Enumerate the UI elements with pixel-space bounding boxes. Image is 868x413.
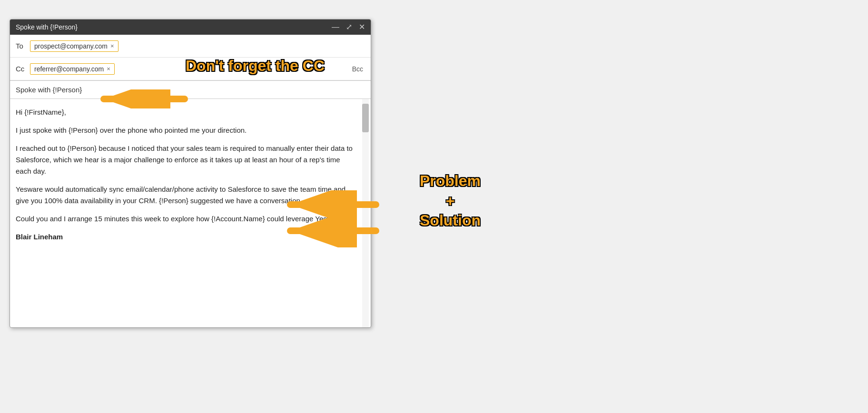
to-email-chip[interactable]: prospect@company.com × (30, 40, 118, 52)
cc-email-value: referrer@company.com (34, 65, 104, 73)
to-email-value: prospect@company.com (34, 42, 108, 50)
window-title: Spoke with {!Person} (16, 23, 78, 31)
body-para1: I just spoke with {!Person} over the pho… (16, 125, 357, 136)
cc-row: Cc referrer@company.com × Bcc (10, 58, 371, 80)
cc-label: Cc (16, 65, 30, 73)
body-para4: Could you and I arrange 15 minutes this … (16, 213, 357, 225)
body-para2: I reached out to {!Person} because I not… (16, 143, 357, 177)
body-signature: Blair Lineham (16, 231, 357, 243)
cc-remove-button[interactable]: × (107, 66, 110, 72)
cc-email-chip[interactable]: referrer@company.com × (30, 63, 115, 75)
title-bar: Spoke with {!Person} — ⤢ ✕ (10, 20, 371, 35)
scrollbar-thumb[interactable] (362, 104, 369, 132)
bcc-button[interactable]: Bcc (352, 65, 365, 73)
body-greeting: Hi {!FirstName}, (16, 107, 357, 118)
body-para3: Yesware would automatically sync email/c… (16, 184, 357, 206)
close-button[interactable]: ✕ (359, 23, 365, 31)
minimize-button[interactable]: — (332, 23, 339, 31)
window-controls: — ⤢ ✕ (332, 23, 365, 31)
email-fields: To prospect@company.com × Cc referrer@co… (10, 35, 371, 81)
ps-annotation: Problem+Solution (420, 171, 481, 231)
email-body[interactable]: Hi {!FirstName}, I just spoke with {!Per… (10, 99, 371, 327)
to-field-content: prospect@company.com × (30, 40, 365, 52)
to-label: To (16, 42, 30, 50)
email-compose-window: Spoke with {!Person} — ⤢ ✕ To prospect@c… (10, 19, 371, 328)
to-row: To prospect@company.com × (10, 35, 371, 58)
subject-field[interactable]: Spoke with {!Person} (10, 81, 371, 99)
subject-value: Spoke with {!Person} (16, 86, 82, 94)
ps-annotation-text: Problem+Solution (420, 171, 481, 231)
maximize-button[interactable]: ⤢ (346, 23, 352, 31)
scrollbar[interactable] (362, 99, 369, 327)
cc-field-content: referrer@company.com × (30, 63, 352, 75)
to-remove-button[interactable]: × (110, 43, 114, 49)
